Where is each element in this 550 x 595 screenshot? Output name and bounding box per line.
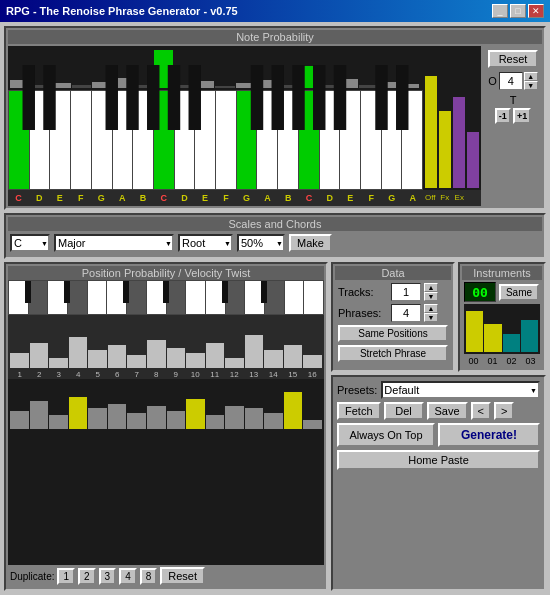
pos-bar-11[interactable] — [206, 343, 225, 369]
inst-bar-2[interactable] — [503, 334, 520, 352]
inst-bar-1[interactable] — [484, 324, 501, 352]
vel-bar-10[interactable] — [186, 399, 205, 429]
pos-bar-14[interactable] — [264, 350, 283, 368]
white-key-b1[interactable] — [132, 90, 153, 190]
vel-bar-9[interactable] — [167, 411, 186, 429]
vel-bar-15[interactable] — [284, 392, 303, 429]
white-key-d2[interactable] — [174, 90, 195, 190]
dup-4-button[interactable]: 4 — [119, 568, 137, 585]
vel-bar-11[interactable] — [206, 415, 225, 429]
mini-key-16[interactable] — [303, 280, 324, 315]
phrases-down-button[interactable]: ▼ — [424, 313, 438, 322]
white-key-a3[interactable] — [401, 90, 423, 190]
white-key-c3[interactable] — [298, 90, 319, 190]
make-button[interactable]: Make — [289, 234, 332, 252]
pos-bar-15[interactable] — [284, 345, 303, 368]
vel-bar-3[interactable] — [49, 415, 68, 429]
vel-bar-16[interactable] — [303, 420, 322, 429]
save-button[interactable]: Save — [427, 402, 468, 420]
pos-bar-3[interactable] — [49, 358, 68, 368]
white-key-e2[interactable] — [194, 90, 215, 190]
pos-bar-13[interactable] — [245, 335, 264, 368]
del-button[interactable]: Del — [384, 402, 424, 420]
pos-bar-12[interactable] — [225, 358, 244, 368]
always-on-top-button[interactable]: Always On Top — [337, 423, 435, 447]
tracks-up-button[interactable]: ▲ — [424, 283, 438, 292]
pos-bar-1[interactable] — [10, 353, 29, 368]
root-select[interactable]: Root3rd5th — [178, 234, 233, 252]
pos-bar-16[interactable] — [303, 355, 322, 368]
white-key-g2[interactable] — [236, 90, 257, 190]
presets-select[interactable]: Default — [381, 381, 540, 399]
white-key-e3[interactable] — [339, 90, 360, 190]
mini-key-10[interactable] — [185, 280, 205, 315]
home-paste-button[interactable]: Home Paste — [337, 450, 540, 470]
inst-bar-0[interactable] — [466, 311, 483, 352]
vel-bar-4[interactable] — [69, 397, 88, 429]
same-positions-button[interactable]: Same Positions — [338, 325, 448, 342]
transpose-minus-button[interactable]: -1 — [495, 108, 511, 124]
white-keys[interactable] — [8, 90, 423, 190]
white-key-b2[interactable] — [277, 90, 298, 190]
mini-key-13[interactable] — [244, 280, 264, 315]
percent-select[interactable]: 25%50%75% — [237, 234, 285, 252]
mini-key-15[interactable] — [284, 280, 304, 315]
inst-bar-3[interactable] — [521, 320, 538, 352]
white-key-d1[interactable] — [29, 90, 50, 190]
dup-1-button[interactable]: 1 — [57, 568, 75, 585]
next-button[interactable]: > — [494, 402, 514, 420]
phrases-up-button[interactable]: ▲ — [424, 304, 438, 313]
dup-3-button[interactable]: 3 — [99, 568, 117, 585]
white-key-f1[interactable] — [70, 90, 91, 190]
prev-button[interactable]: < — [471, 402, 491, 420]
vel-bar-14[interactable] — [264, 413, 283, 429]
mini-key-5[interactable] — [87, 280, 107, 315]
maximize-button[interactable]: □ — [510, 4, 526, 18]
reset-button[interactable]: Reset — [488, 50, 538, 68]
close-button[interactable]: ✕ — [528, 4, 544, 18]
mini-key-3[interactable] — [47, 280, 67, 315]
pos-bar-7[interactable] — [127, 355, 146, 368]
vel-bar-13[interactable] — [245, 408, 264, 429]
mini-key-1[interactable] — [8, 280, 28, 315]
vel-bar-7[interactable] — [127, 413, 146, 429]
tracks-down-button[interactable]: ▼ — [424, 292, 438, 301]
mini-key-6[interactable] — [106, 280, 126, 315]
same-button[interactable]: Same — [499, 284, 539, 301]
pos-bar-9[interactable] — [167, 348, 186, 368]
octave-down-button[interactable]: ▼ — [524, 81, 538, 90]
vel-bar-12[interactable] — [225, 406, 244, 429]
white-key-e1[interactable] — [49, 90, 70, 190]
key-select[interactable]: CC#D — [10, 234, 50, 252]
vel-bar-8[interactable] — [147, 406, 166, 429]
stretch-phrase-button[interactable]: Stretch Phrase — [338, 345, 448, 362]
octave-up-button[interactable]: ▲ — [524, 72, 538, 81]
white-key-f3[interactable] — [360, 90, 381, 190]
mini-key-8[interactable] — [146, 280, 166, 315]
pos-bar-4[interactable] — [69, 337, 88, 368]
mini-key-11[interactable] — [205, 280, 225, 315]
white-key-d3[interactable] — [319, 90, 340, 190]
white-key-g1[interactable] — [91, 90, 112, 190]
minimize-button[interactable]: _ — [492, 4, 508, 18]
white-key-g3[interactable] — [381, 90, 402, 190]
pos-bar-2[interactable] — [30, 343, 49, 369]
white-key-a1[interactable] — [112, 90, 133, 190]
white-key-f2[interactable] — [215, 90, 236, 190]
pos-reset-button[interactable]: Reset — [160, 567, 205, 585]
generate-button[interactable]: Generate! — [438, 423, 540, 447]
vel-bar-6[interactable] — [108, 404, 127, 429]
white-key-a2[interactable] — [256, 90, 277, 190]
dup-2-button[interactable]: 2 — [78, 568, 96, 585]
scale-select[interactable]: MajorMinorDorian — [54, 234, 174, 252]
transpose-plus-button[interactable]: +1 — [513, 108, 531, 124]
pos-bar-5[interactable] — [88, 350, 107, 368]
fetch-button[interactable]: Fetch — [337, 402, 381, 420]
vel-bar-2[interactable] — [30, 401, 49, 429]
white-key-c2[interactable] — [153, 90, 174, 190]
pos-bar-6[interactable] — [108, 345, 127, 368]
pos-bar-10[interactable] — [186, 353, 205, 368]
vel-bar-5[interactable] — [88, 408, 107, 429]
white-key-c1[interactable] — [8, 90, 29, 190]
dup-8-button[interactable]: 8 — [140, 568, 158, 585]
